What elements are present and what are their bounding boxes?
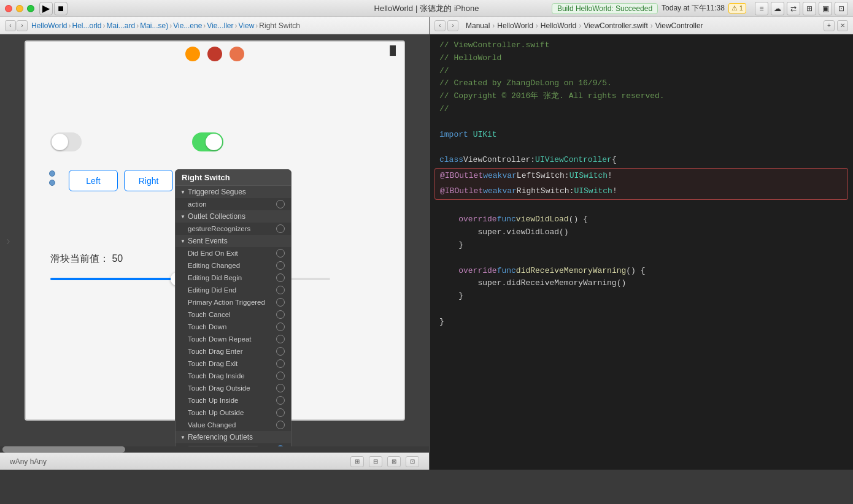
- slider-value: 50: [112, 253, 123, 264]
- code-bc-helloworld2[interactable]: HelloWorld: [541, 21, 576, 30]
- bc-right-switch: Right Switch: [259, 21, 300, 30]
- cm-item-editing-changed[interactable]: Editing Changed: [176, 259, 291, 272]
- code-line-10: class ViewController: UIViewController {: [430, 154, 853, 167]
- right-switch[interactable]: [192, 132, 223, 151]
- zoom-in-icon[interactable]: ⊡: [406, 456, 419, 467]
- h-scrollbar[interactable]: [0, 446, 429, 452]
- cm-item-touch-down-repeat[interactable]: Touch Down Repeat: [176, 333, 291, 345]
- cloud-icon[interactable]: ☁: [771, 2, 784, 15]
- cm-item-touch-up-inside[interactable]: Touch Up Inside: [176, 394, 291, 407]
- build-status: Build HelloWorld: Succeeded: [552, 3, 658, 14]
- code-line-9: [430, 141, 853, 154]
- hamburger-icon[interactable]: ≡: [755, 2, 768, 15]
- minimize-button[interactable]: [16, 5, 23, 12]
- layout1-icon[interactable]: ⊞: [803, 2, 816, 15]
- code-nav-fwd[interactable]: ›: [447, 20, 458, 31]
- code-line-7: [430, 116, 853, 129]
- code-bc-vc[interactable]: ViewController: [655, 21, 703, 30]
- code-area[interactable]: // ViewController.swift // HelloWorld //…: [430, 34, 853, 470]
- code-line-close-class: }: [430, 316, 853, 329]
- code-line-super-memory: super.didReceiveMemoryWarning(): [430, 277, 853, 290]
- cm-item-touch-up-outside[interactable]: Touch Up Outside: [176, 407, 291, 419]
- code-breadcrumb: ‹ › Manual › HelloWorld › HelloWorld › V…: [430, 17, 853, 34]
- cm-section-outlet-collections[interactable]: ▼ Outlet Collections: [176, 210, 291, 223]
- cm-item-editing-did-begin[interactable]: Editing Did Begin: [176, 272, 291, 284]
- left-switch[interactable]: [50, 132, 82, 151]
- device-name: 张德龙的 iPhone: [420, 3, 479, 14]
- layout3-icon[interactable]: ⊡: [835, 2, 848, 15]
- cm-item-gesture[interactable]: gestureRecognizers: [176, 223, 291, 235]
- cm-item-rightswitch[interactable]: RightSwitch ✕ View C...: [176, 443, 291, 446]
- cm-item-action[interactable]: action: [176, 198, 291, 210]
- zoom-out-icon[interactable]: ⊠: [387, 456, 401, 467]
- cm-item-touch-cancel[interactable]: Touch Cancel: [176, 308, 291, 321]
- fit-icon[interactable]: ⊟: [369, 456, 382, 467]
- grid-icon[interactable]: ⊞: [350, 456, 364, 467]
- app-name: HelloWorld: [374, 4, 413, 13]
- play-button[interactable]: ▶: [39, 2, 53, 15]
- code-line-close-vdl: }: [430, 239, 853, 252]
- cm-item-touch-drag-inside[interactable]: Touch Drag Inside: [176, 370, 291, 382]
- cm-item-touch-drag-outside[interactable]: Touch Drag Outside: [176, 382, 291, 394]
- left-arrow: ›: [6, 234, 10, 248]
- bc-mai-se[interactable]: Mai...se): [140, 21, 168, 30]
- cm-item-editing-did-end[interactable]: Editing Did End: [176, 284, 291, 296]
- bc-vie-ene[interactable]: Vie...ene: [173, 21, 202, 30]
- title-center: HelloWorld | 张德龙的 iPhone: [374, 3, 479, 14]
- bc-mai-ard[interactable]: Mai...ard: [107, 21, 136, 30]
- cm-item-primary-action[interactable]: Primary Action Triggered: [176, 296, 291, 308]
- nav-forward-btn[interactable]: ›: [17, 20, 28, 31]
- cm-item-touch-down[interactable]: Touch Down: [176, 321, 291, 333]
- cm-section-referencing-outlets[interactable]: ▼ Referencing Outlets: [176, 431, 291, 443]
- title-sep: |: [415, 4, 417, 13]
- cm-item-value-changed[interactable]: Value Changed: [176, 419, 291, 431]
- left-button[interactable]: Left: [69, 170, 118, 191]
- code-line-close-memory: }: [430, 290, 853, 303]
- code-line-blank3: [430, 303, 853, 316]
- outlet-lines-container: @IBOutlet weak var LeftSwitch: UISwitch …: [430, 168, 853, 200]
- close-button[interactable]: [5, 5, 12, 12]
- rightswitch-badge: RightSwitch ✕ View C...: [188, 446, 258, 447]
- storyboard-canvas[interactable]: › ▐▌: [0, 34, 429, 446]
- bc-helloworld[interactable]: HelloWorld: [31, 21, 67, 30]
- close-panel-button[interactable]: ✕: [837, 20, 848, 31]
- cm-circle-action[interactable]: [276, 200, 285, 208]
- size-label: wAny hAny: [10, 457, 47, 466]
- code-line-1: // ViewController.swift: [430, 39, 853, 52]
- cm-item-touch-drag-exit[interactable]: Touch Drag Exit: [176, 357, 291, 370]
- stop-button[interactable]: ■: [54, 2, 68, 15]
- cm-header: Right Switch: [176, 170, 291, 186]
- left-nav-buttons: ‹ ›: [5, 20, 28, 31]
- cm-circle-gesture[interactable]: [276, 224, 285, 233]
- fullscreen-button[interactable]: [27, 5, 34, 12]
- add-tab-button[interactable]: +: [824, 20, 835, 31]
- right-panel: ‹ › Manual › HelloWorld › HelloWorld › V…: [430, 17, 853, 470]
- cm-dot-filled[interactable]: [276, 445, 285, 446]
- code-line-super-vdl: super.viewDidLoad(): [430, 226, 853, 239]
- swap-icon[interactable]: ⇄: [787, 2, 800, 15]
- bc-view[interactable]: View: [239, 21, 255, 30]
- code-bc-vcswift[interactable]: ViewController.swift: [584, 21, 647, 30]
- bc-vie-ller[interactable]: Vie...ller: [207, 21, 233, 30]
- panel-controls: + ✕: [824, 20, 848, 31]
- code-line-3: //: [430, 65, 853, 78]
- cm-item-touch-drag-enter[interactable]: Touch Drag Enter: [176, 345, 291, 357]
- code-bc-manual[interactable]: Manual: [466, 21, 490, 30]
- title-bar: ▶ ■ HelloWorld | 张德龙的 iPhone Build Hello…: [0, 0, 853, 17]
- code-bc-helloworld[interactable]: HelloWorld: [497, 21, 533, 30]
- cm-section-sent-events[interactable]: ▼ Sent Events: [176, 235, 291, 247]
- title-right: Build HelloWorld: Succeeded Today at 下午1…: [552, 2, 848, 15]
- code-line-5: // Copyright © 2016年 张龙. All rights rese…: [430, 90, 853, 103]
- code-line-6: //: [430, 103, 853, 116]
- nav-back-btn[interactable]: ‹: [5, 20, 16, 31]
- layout2-icon[interactable]: ▣: [819, 2, 832, 15]
- scroll-thumb[interactable]: [2, 446, 125, 452]
- cm-item-did-end-on-exit[interactable]: Did End On Exit: [176, 247, 291, 259]
- warning-badge[interactable]: ⚠ 1: [728, 3, 746, 13]
- bc-hel-orld[interactable]: Hel...orld: [72, 21, 101, 30]
- code-line-outlet1: @IBOutlet weak var LeftSwitch: UISwitch …: [435, 169, 847, 184]
- cm-section-triggered-segues[interactable]: ▼ Triggered Segues: [176, 186, 291, 198]
- code-nav-back[interactable]: ‹: [434, 20, 446, 31]
- right-button[interactable]: Right: [124, 170, 173, 191]
- code-line-memory: override func didReceiveMemoryWarning ()…: [430, 265, 853, 278]
